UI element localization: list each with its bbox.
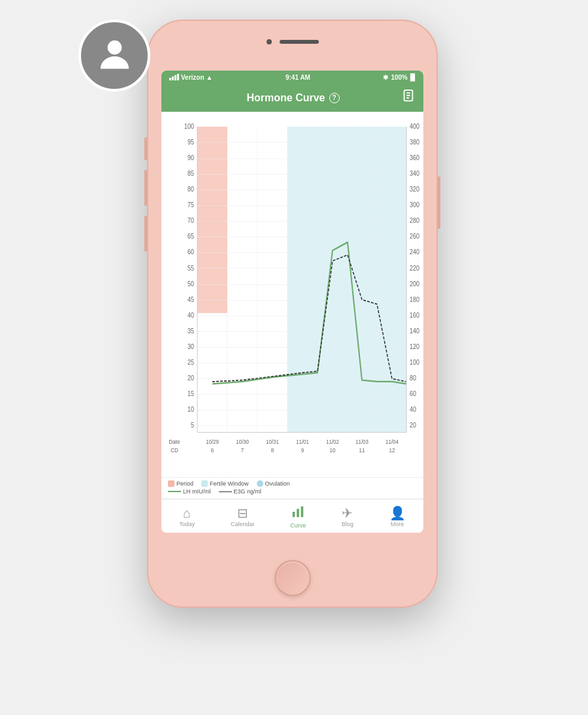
nav-more[interactable]: 👤 More <box>389 507 406 527</box>
bluetooth-icon: ✱ <box>383 74 388 81</box>
legend-e3g: E3G ng/ml <box>219 488 262 495</box>
svg-text:50: 50 <box>188 280 194 288</box>
svg-rect-96 <box>301 507 304 518</box>
svg-text:10/30: 10/30 <box>236 438 249 445</box>
help-label: ? <box>332 94 336 101</box>
share-button[interactable] <box>401 89 416 107</box>
user-icon <box>93 33 136 78</box>
svg-text:7: 7 <box>241 447 244 454</box>
legend-fertile: Fertile Window <box>201 480 249 487</box>
svg-text:85: 85 <box>188 170 194 178</box>
more-nav-icon: 👤 <box>389 507 406 520</box>
svg-text:25: 25 <box>188 358 194 366</box>
speaker <box>280 40 319 44</box>
svg-text:30: 30 <box>188 342 194 350</box>
phone-top-bar <box>267 39 319 44</box>
svg-text:180: 180 <box>410 295 419 303</box>
header-title: Hormone Curve ? <box>246 92 339 104</box>
home-button[interactable] <box>274 560 310 596</box>
chart-svg: 100 95 90 85 80 75 70 65 60 55 50 45 40 … <box>161 112 423 477</box>
fertile-color <box>201 480 208 487</box>
svg-text:CD: CD <box>171 447 178 454</box>
svg-text:11/01: 11/01 <box>296 438 309 445</box>
legend-area: Period Fertile Window Ovulation LH mIU/m… <box>161 477 423 499</box>
header-title-text: Hormone Curve <box>246 92 325 104</box>
lh-label: LH mIU/ml <box>183 488 211 495</box>
svg-text:40: 40 <box>410 405 416 413</box>
svg-text:11: 11 <box>359 447 365 454</box>
svg-text:120: 120 <box>410 342 419 350</box>
calendar-nav-icon: ⊟ <box>237 507 248 520</box>
scene: Verizon ▲ 9:41 AM ✱ 100% ▉ Hormone Curve… <box>0 0 588 715</box>
nav-curve-label: Curve <box>290 522 306 529</box>
lh-line <box>168 491 181 492</box>
svg-text:10/29: 10/29 <box>206 438 219 445</box>
fertile-label: Fertile Window <box>210 480 249 487</box>
svg-text:9: 9 <box>301 447 304 454</box>
help-button[interactable]: ? <box>329 93 340 103</box>
svg-text:11/04: 11/04 <box>385 438 399 445</box>
svg-text:12: 12 <box>389 447 395 454</box>
nav-blog-label: Blog <box>342 521 353 527</box>
avatar <box>78 20 150 91</box>
svg-text:360: 360 <box>410 154 419 162</box>
phone-shell: Verizon ▲ 9:41 AM ✱ 100% ▉ Hormone Curve… <box>147 20 438 608</box>
svg-text:400: 400 <box>410 123 419 131</box>
svg-text:11/03: 11/03 <box>355 438 368 445</box>
svg-text:80: 80 <box>410 374 416 382</box>
svg-text:90: 90 <box>188 154 194 162</box>
e3g-line <box>219 491 232 492</box>
legend-lh: LH mIU/ml <box>168 488 211 495</box>
wifi-icon: ▲ <box>206 74 213 81</box>
svg-rect-7 <box>287 127 406 433</box>
time-display: 9:41 AM <box>286 74 310 81</box>
home-nav-icon: ⌂ <box>183 507 191 520</box>
svg-rect-95 <box>297 508 299 517</box>
svg-text:45: 45 <box>188 295 194 303</box>
side-button-power <box>438 176 440 229</box>
front-camera <box>267 39 272 44</box>
svg-text:220: 220 <box>410 264 419 272</box>
nav-blog[interactable]: ✈ Blog <box>342 507 353 527</box>
svg-text:200: 200 <box>410 280 419 288</box>
svg-text:280: 280 <box>410 216 419 224</box>
svg-text:60: 60 <box>410 390 416 397</box>
svg-text:140: 140 <box>410 327 419 335</box>
nav-more-label: More <box>391 521 404 527</box>
svg-text:240: 240 <box>410 248 419 256</box>
svg-text:75: 75 <box>188 201 194 208</box>
side-button-mute <box>144 137 147 160</box>
nav-today-label: Today <box>179 521 195 527</box>
ovulation-label: Ovulation <box>265 480 290 487</box>
svg-text:10/31: 10/31 <box>266 438 279 445</box>
app-header: Hormone Curve ? <box>161 84 423 112</box>
svg-text:260: 260 <box>410 232 419 240</box>
svg-text:80: 80 <box>188 185 194 193</box>
chart-container: 100 95 90 85 80 75 70 65 60 55 50 45 40 … <box>161 112 423 477</box>
nav-today[interactable]: ⌂ Today <box>179 507 195 527</box>
battery-icon: ▉ <box>410 74 416 81</box>
ovulation-color <box>257 480 263 487</box>
svg-rect-94 <box>293 512 295 517</box>
nav-calendar[interactable]: ⊟ Calendar <box>231 507 255 527</box>
nav-curve[interactable]: Curve <box>290 505 306 529</box>
bottom-nav: ⌂ Today ⊟ Calendar Curve <box>161 499 423 533</box>
e3g-label: E3G ng/ml <box>234 488 262 495</box>
period-label: Period <box>176 480 193 487</box>
svg-text:8: 8 <box>271 447 274 454</box>
svg-text:5: 5 <box>191 421 194 429</box>
svg-text:320: 320 <box>410 185 419 193</box>
status-left: Verizon ▲ <box>169 74 212 81</box>
svg-text:340: 340 <box>410 170 419 178</box>
svg-text:100: 100 <box>184 123 194 131</box>
svg-text:11/02: 11/02 <box>326 438 339 445</box>
svg-text:160: 160 <box>410 311 419 319</box>
svg-text:40: 40 <box>188 311 194 319</box>
legend-ovulation: Ovulation <box>257 480 290 487</box>
signal-bars <box>169 74 179 80</box>
svg-text:95: 95 <box>188 139 194 146</box>
nav-calendar-label: Calendar <box>231 521 255 527</box>
svg-text:20: 20 <box>410 421 416 429</box>
blog-nav-icon: ✈ <box>342 507 353 520</box>
carrier-label: Verizon <box>181 74 204 81</box>
